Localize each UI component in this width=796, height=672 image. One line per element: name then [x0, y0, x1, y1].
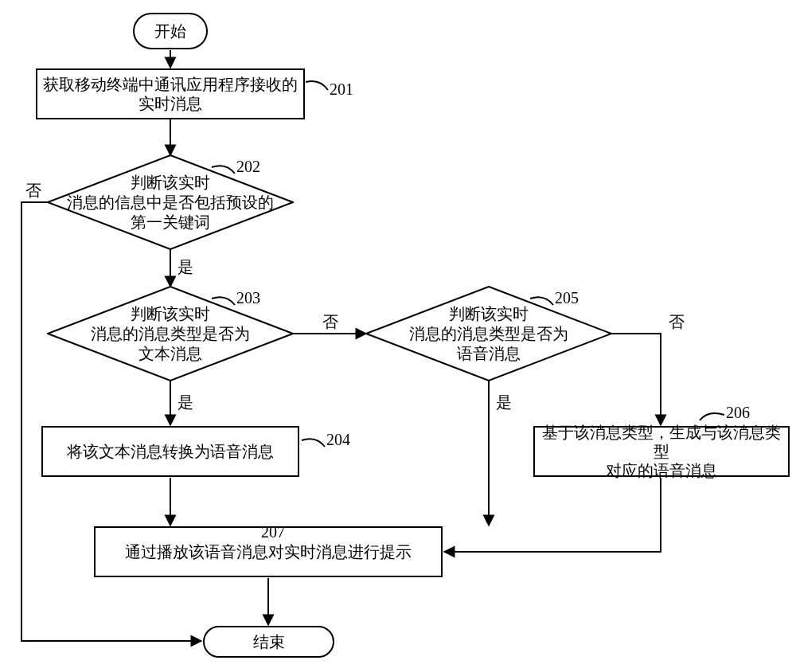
- decision-202-text: 判断该实时 消息的信息中是否包括预设的 第一关键词: [67, 173, 274, 232]
- num-204: 204: [326, 430, 350, 449]
- decision-205-text: 判断该实时 消息的消息类型是否为 语音消息: [385, 304, 592, 364]
- num-202: 202: [236, 157, 260, 176]
- no-202: 否: [24, 181, 43, 200]
- end-label: 结束: [253, 632, 285, 651]
- start-label: 开始: [154, 21, 186, 41]
- decision-203: 判断该实时 消息的消息类型是否为 文本消息: [170, 334, 171, 334]
- yes-202: 是: [176, 257, 195, 276]
- step-207-text: 通过播放该语音消息对实时消息进行提示: [125, 542, 412, 561]
- num-203: 203: [236, 288, 260, 307]
- num-201: 201: [330, 80, 353, 99]
- step-204-text: 将该文本消息转换为语音消息: [67, 442, 274, 461]
- start-node: 开始: [133, 13, 208, 49]
- end-node: 结束: [203, 626, 334, 658]
- step-201: 获取移动终端中通讯应用程序接收的 实时消息: [36, 68, 305, 119]
- step-206-text: 基于该消息类型，生成与该消息类型 对应的语音消息: [540, 423, 783, 480]
- yes-203: 是: [176, 393, 195, 412]
- decision-205: 判断该实时 消息的消息类型是否为 语音消息: [489, 334, 490, 334]
- num-207: 207: [261, 522, 285, 541]
- num-205: 205: [555, 288, 579, 307]
- num-206: 206: [726, 403, 750, 422]
- step-206: 基于该消息类型，生成与该消息类型 对应的语音消息: [533, 426, 790, 477]
- step-201-text: 获取移动终端中通讯应用程序接收的 实时消息: [43, 75, 298, 113]
- decision-202: 判断该实时 消息的信息中是否包括预设的 第一关键词: [170, 202, 171, 203]
- decision-203-text: 判断该实时 消息的消息类型是否为 文本消息: [67, 304, 274, 364]
- no-205: 否: [667, 312, 686, 331]
- yes-205: 是: [494, 393, 513, 412]
- step-204: 将该文本消息转换为语音消息: [41, 426, 299, 477]
- no-203: 否: [321, 312, 340, 331]
